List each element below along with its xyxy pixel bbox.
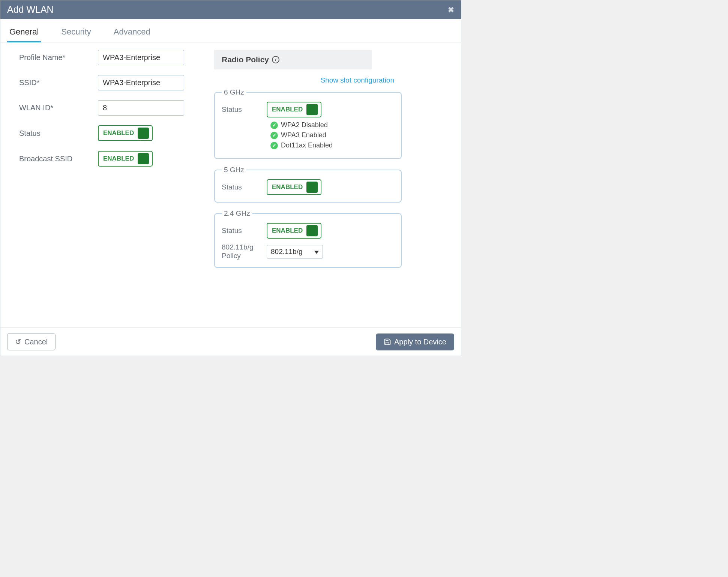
save-icon — [384, 338, 391, 346]
ssid-label: SSID* — [19, 78, 98, 87]
status-label: Status — [19, 129, 98, 138]
band-5ghz-toggle-text: ENABLED — [272, 183, 303, 191]
dialog-title: Add WLAN — [7, 4, 54, 15]
band-6ghz-toggle-text: ENABLED — [272, 106, 303, 113]
broadcast-ssid-label: Broadcast SSID — [19, 155, 98, 163]
band-24ghz-policy-value: 802.11b/g — [271, 248, 303, 255]
band-24ghz-status-toggle[interactable]: ENABLED — [267, 223, 321, 239]
broadcast-toggle-text: ENABLED — [103, 155, 134, 162]
band-5ghz-status-label: Status — [222, 183, 267, 191]
dialog-header: Add WLAN ✖ — [0, 0, 461, 19]
band-6ghz-status-label: Status — [222, 105, 267, 114]
info-icon[interactable]: i — [272, 56, 279, 63]
status-toggle[interactable]: ENABLED — [98, 125, 153, 141]
cancel-button[interactable]: Cancel — [7, 333, 56, 350]
band-6ghz-checklist: ✓ WPA2 Disabled ✓ WPA3 Enabled ✓ Dot11ax… — [270, 121, 394, 149]
apply-button-label: Apply to Device — [394, 338, 446, 346]
checkmark-icon: ✓ — [270, 132, 278, 139]
band-6ghz-status-toggle[interactable]: ENABLED — [267, 102, 321, 117]
radio-policy-title: Radio Policy — [222, 55, 269, 64]
band-6ghz-group: 6 GHz Status ENABLED ✓ WPA2 Disabled ✓ — [214, 88, 402, 159]
ssid-input[interactable] — [98, 75, 184, 90]
band-24ghz-toggle-text: ENABLED — [272, 227, 303, 234]
apply-to-device-button[interactable]: Apply to Device — [376, 334, 454, 350]
band-24ghz-group: 2.4 GHz Status ENABLED 802.11b/g Policy … — [214, 209, 402, 268]
checkmark-icon: ✓ — [270, 122, 278, 129]
tab-security[interactable]: Security — [59, 23, 93, 42]
toggle-knob-icon — [138, 128, 149, 139]
toggle-knob-icon — [306, 182, 318, 193]
check-wpa2-disabled: ✓ WPA2 Disabled — [270, 121, 394, 129]
broadcast-ssid-toggle[interactable]: ENABLED — [98, 151, 153, 167]
tab-advanced[interactable]: Advanced — [111, 23, 153, 42]
toggle-knob-icon — [138, 153, 149, 164]
undo-icon — [15, 337, 21, 346]
show-slot-config-link[interactable]: Show slot configuration — [214, 76, 394, 84]
wlan-id-label: WLAN ID* — [19, 104, 98, 112]
toggle-knob-icon — [306, 225, 318, 236]
cancel-button-label: Cancel — [24, 338, 48, 346]
check-dot11ax-enabled: ✓ Dot11ax Enabled — [270, 141, 394, 149]
radio-policy-panel: Radio Policy i Show slot configuration 6… — [214, 50, 402, 320]
status-toggle-text: ENABLED — [103, 129, 134, 137]
checkmark-icon: ✓ — [270, 142, 278, 149]
band-5ghz-legend: 5 GHz — [222, 166, 246, 174]
toggle-knob-icon — [306, 104, 318, 115]
band-5ghz-group: 5 GHz Status ENABLED — [214, 166, 402, 203]
band-24ghz-policy-select[interactable]: 802.11b/g — [267, 245, 323, 258]
close-icon[interactable]: ✖ — [448, 5, 454, 14]
tab-bar: General Security Advanced — [0, 23, 461, 42]
band-24ghz-policy-label: 802.11b/g Policy — [222, 243, 267, 260]
wlan-id-input[interactable] — [98, 100, 184, 116]
profile-name-input[interactable] — [98, 50, 184, 65]
tab-content-general: Profile Name* SSID* WLAN ID* Status ENAB… — [0, 42, 461, 328]
add-wlan-dialog: Add WLAN ✖ General Security Advanced Pro… — [0, 0, 461, 356]
check-wpa3-enabled: ✓ WPA3 Enabled — [270, 131, 394, 139]
radio-policy-header: Radio Policy i — [214, 50, 372, 69]
band-5ghz-status-toggle[interactable]: ENABLED — [267, 179, 321, 195]
profile-name-label: Profile Name* — [19, 53, 98, 62]
tab-general[interactable]: General — [7, 23, 41, 42]
dialog-footer: Cancel Apply to Device — [0, 328, 461, 356]
band-6ghz-legend: 6 GHz — [222, 88, 246, 96]
band-24ghz-legend: 2.4 GHz — [222, 209, 252, 218]
band-24ghz-status-label: Status — [222, 227, 267, 235]
general-form: Profile Name* SSID* WLAN ID* Status ENAB… — [19, 50, 184, 320]
